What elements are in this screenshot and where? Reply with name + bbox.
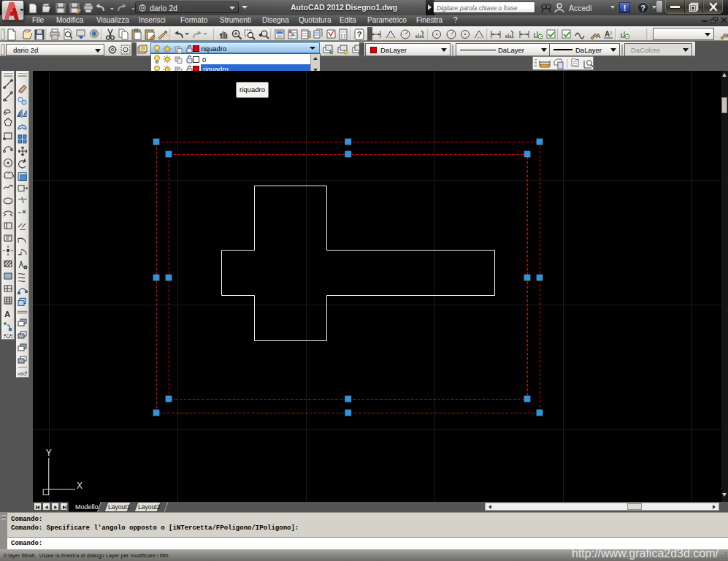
svg-text:Modello: Modello bbox=[75, 503, 99, 511]
svg-text:Layout1: Layout1 bbox=[108, 503, 131, 511]
svg-text:?: ? bbox=[640, 4, 645, 12]
svg-text:A: A bbox=[4, 310, 10, 318]
svg-text:Y: Y bbox=[46, 448, 52, 458]
svg-text:Layout2: Layout2 bbox=[138, 503, 161, 511]
svg-text:X: X bbox=[77, 481, 83, 491]
